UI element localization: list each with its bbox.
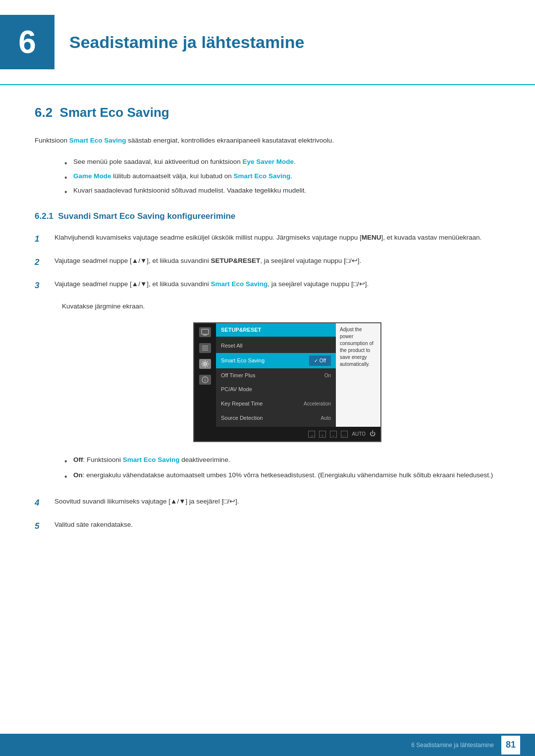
screen-auto-text: AUTO (352, 430, 366, 438)
menu-item-pcav: PC/AV Mode (216, 382, 336, 397)
bullet-1: See menüü pole saadaval, kui aktiveeritu… (64, 156, 500, 168)
main-content: 6.2 Smart Eco Saving Funktsioon Smart Ec… (0, 105, 535, 534)
sub-bullets: Off: Funktsiooni Smart Eco Saving deakti… (64, 454, 500, 481)
screen-mockup: SETUP&RESET Reset All Smart Eco Saving ✓… (193, 322, 381, 442)
menu-item-eco: Smart Eco Saving ✓ Off (216, 353, 336, 368)
menu-item-reset: Reset All (216, 339, 336, 353)
sub-bullet-off: Off: Funktsiooni Smart Eco Saving deakti… (64, 454, 500, 466)
screen-bottom: ◄ ▼ ▲ ↩ AUTO ⏻ (194, 427, 380, 441)
sidebar-icon-monitor (199, 327, 211, 337)
bullet-3: Kuvari saadaolevad funktsioonid sõltuvad… (64, 185, 500, 197)
screen-tooltip: Adjust the power consumption of the prod… (336, 323, 380, 427)
footer-chapter-text: 6 Seadistamine ja lähtestamine (411, 742, 494, 749)
sidebar-icon-menu (199, 343, 211, 353)
step-2: 2 Vajutage seadmel nuppe [▲/▼], et liiku… (35, 255, 500, 270)
screen-btn-3: ▲ (330, 431, 337, 438)
subsection-title: 6.2.1 Suvandi Smart Eco Saving konfigure… (35, 211, 500, 221)
section-title: 6.2 Smart Eco Saving (35, 105, 500, 120)
menu-item-keyrepeat: Key Repeat Time Acceleration (216, 397, 336, 411)
footer-page-number: 81 (501, 736, 520, 755)
eye-saver-link: Eye Saver Mode (242, 158, 294, 165)
main-bullets: See menüü pole saadaval, kui aktiveeritu… (64, 156, 500, 197)
chapter-header: 6 Seadistamine ja lähtestamine (0, 0, 535, 85)
step-4: 4 Soovitud suvandi liikumiseks vajutage … (35, 496, 500, 510)
screen-power-btn: ⏻ (370, 429, 375, 439)
screen-menu: SETUP&RESET Reset All Smart Eco Saving ✓… (216, 323, 336, 427)
chapter-number: 6 (0, 15, 54, 69)
sub-bullet-on: On: energiakulu vähendatakse automaatsel… (64, 470, 500, 481)
menu-item-offtimer: Off Timer Plus On (216, 368, 336, 383)
screen-btn-2: ▼ (319, 431, 326, 438)
menu-items: Reset All Smart Eco Saving ✓ Off Off Tim… (216, 337, 336, 427)
screen-mockup-container: SETUP&RESET Reset All Smart Eco Saving ✓… (74, 322, 500, 442)
intro-highlight-1: Smart Eco Saving (69, 137, 126, 144)
steps-container: 1 Klahvijuhendi kuvamiseks vajutage sead… (35, 232, 500, 534)
svg-point-10 (205, 378, 206, 379)
step-3: 3 Vajutage seadmel nuppe [▲/▼], et liiku… (35, 279, 500, 487)
menu-item-source: Source Detection Auto (216, 411, 336, 425)
smart-eco-link: Smart Eco Saving (233, 172, 290, 180)
sidebar-icon-settings (199, 359, 211, 369)
bullet-2: Game Mode lülitub automaatselt välja, ku… (64, 171, 500, 182)
screen-btn-4: ↩ (341, 431, 348, 438)
footer: 6 Seadistamine ja lähtestamine 81 (0, 734, 535, 756)
screen-top: SETUP&RESET Reset All Smart Eco Saving ✓… (194, 323, 380, 427)
screen-btn-1: ◄ (308, 431, 315, 438)
game-mode-link: Game Mode (73, 172, 111, 180)
svg-point-7 (204, 363, 207, 365)
sidebar-icon-info (199, 375, 211, 385)
menu-header: SETUP&RESET (216, 323, 336, 337)
screen-sidebar (194, 323, 216, 427)
svg-rect-0 (202, 329, 209, 334)
intro-paragraph: Funktsioon Smart Eco Saving säästab ener… (35, 135, 500, 147)
chapter-title: Seadistamine ja lähtestamine (69, 33, 304, 52)
step-5: 5 Valitud säte rakendatakse. (35, 519, 500, 534)
step-1: 1 Klahvijuhendi kuvamiseks vajutage sead… (35, 232, 500, 247)
